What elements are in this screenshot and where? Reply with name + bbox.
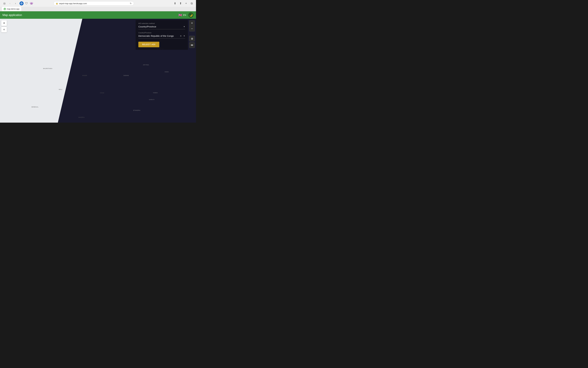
clear-country-icon[interactable]: ✕ xyxy=(180,35,182,37)
flag-icon: 🇬🇧 xyxy=(178,13,182,17)
aoi-panel: AOI selection method Country/Province ▼ … xyxy=(136,20,188,50)
address-bar[interactable]: 🔒 sepal-map-app.herokuapp.com ↻ xyxy=(54,1,134,6)
url-text: sepal-map-app.herokuapp.com xyxy=(59,2,87,5)
country-label: Country/Province xyxy=(138,32,185,34)
ext-icon-1[interactable] xyxy=(19,1,24,5)
app-container: Map application 🇬🇧 EN 🌙 xyxy=(0,11,196,123)
method-field: AOI selection method Country/Province ▼ xyxy=(138,22,185,29)
nav-back[interactable]: ‹ xyxy=(8,1,12,6)
country-chevron-icon: ▼ xyxy=(183,35,185,37)
map-area: MAURITANIA MALI NIGER CHAD SENEGAL BURKI… xyxy=(0,19,196,123)
country-field: Country/Province Democratic Republic of … xyxy=(138,32,185,39)
ext-icon-2[interactable]: 🛡 xyxy=(25,1,28,5)
download-browser-icon[interactable]: ⬇ xyxy=(173,1,177,6)
ext-icon-3[interactable]: 👾 xyxy=(29,1,34,5)
browser-chrome: ⊟ ‹ › 🛡 👾 🔒 sepal-map-app.herokuapp.com … xyxy=(0,0,196,11)
svg-rect-5 xyxy=(191,45,193,45)
new-tab-icon[interactable]: + xyxy=(184,1,188,6)
sidebar-toggle[interactable]: ⊟ xyxy=(2,1,7,6)
right-toolbar-mid: ⊞ xyxy=(189,36,195,48)
app-title: Map application xyxy=(2,13,22,17)
browser-toolbar: ⊟ ‹ › 🛡 👾 🔒 sepal-map-app.herokuapp.com … xyxy=(0,0,196,7)
grid-tool-btn[interactable]: ⊞ xyxy=(189,36,195,41)
dark-mode-button[interactable]: 🌙 xyxy=(188,12,193,18)
select-aoi-button[interactable]: SELECT AOI xyxy=(138,42,159,47)
method-select[interactable]: Country/Province ▼ xyxy=(138,25,185,29)
method-value: Country/Province xyxy=(138,25,156,28)
svg-rect-4 xyxy=(191,45,193,45)
download-tool-btn[interactable]: ⬇ xyxy=(1,20,7,26)
svg-point-1 xyxy=(21,3,22,4)
language-selector[interactable]: 🇬🇧 EN xyxy=(178,13,186,17)
target-tool-btn[interactable]: ✛ xyxy=(1,27,7,32)
method-label: AOI selection method xyxy=(138,22,185,24)
language-label: EN xyxy=(183,14,186,16)
country-select[interactable]: Democratic Republic of the Congo ✕ ▼ xyxy=(138,35,185,39)
zoom-out-button[interactable]: − xyxy=(189,26,195,31)
lock-icon: 🔒 xyxy=(56,2,58,4)
country-value: Democratic Republic of the Congo xyxy=(138,35,174,37)
tab-label: map-demo-app xyxy=(7,8,19,10)
active-tab[interactable]: map-demo-app xyxy=(2,7,21,11)
left-toolbar: ⬇ ✛ xyxy=(1,20,7,32)
method-chevron-icon: ▼ xyxy=(183,26,185,28)
svg-rect-6 xyxy=(191,46,193,46)
layers-tool-btn[interactable] xyxy=(189,42,195,48)
app-header: Map application 🇬🇧 EN 🌙 xyxy=(0,11,196,19)
tabs-icon[interactable]: ⧉ xyxy=(190,1,194,6)
nav-forward[interactable]: › xyxy=(13,1,18,6)
zoom-controls: + − xyxy=(189,20,195,31)
header-right: 🇬🇧 EN 🌙 xyxy=(178,12,193,18)
tab-bar: map-demo-app xyxy=(0,7,196,11)
zoom-in-button[interactable]: + xyxy=(189,20,195,26)
share-icon[interactable]: ⬆ xyxy=(178,1,183,6)
reload-icon[interactable]: ↻ xyxy=(130,2,132,5)
tab-favicon xyxy=(4,8,6,10)
